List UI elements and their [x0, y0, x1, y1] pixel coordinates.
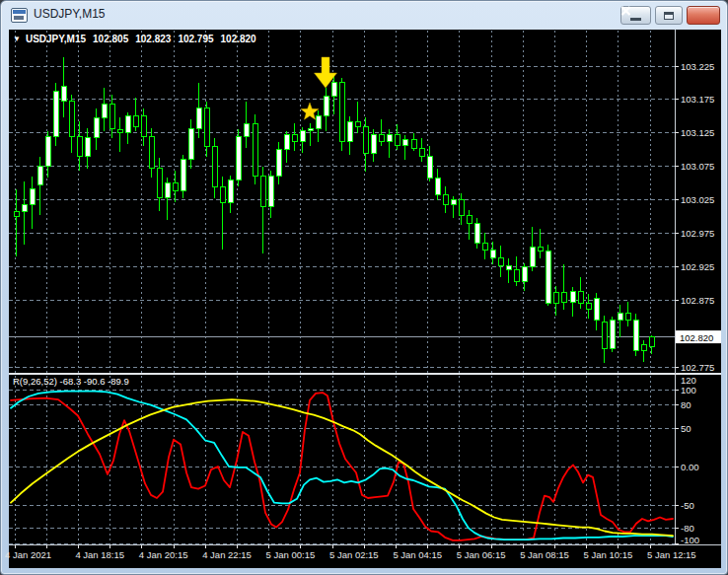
candle-body: [212, 146, 217, 186]
title-bar[interactable]: USDJPY,M15: [1, 1, 727, 30]
candle-body: [22, 204, 27, 211]
candle-body: [363, 126, 368, 153]
chart-background[interactable]: [9, 30, 721, 568]
candle: [236, 129, 241, 186]
candle-body: [395, 135, 400, 146]
candle-body: [292, 135, 297, 142]
candle-body: [181, 160, 185, 191]
candle-body: [37, 167, 42, 184]
candle: [546, 245, 550, 306]
chart-ohlc-label: ▼USDJPY,M15102.805102.823102.795102.820: [13, 34, 256, 44]
candle-body: [594, 298, 599, 320]
candle-body: [498, 258, 503, 266]
candle-body: [268, 177, 273, 207]
minimize-icon: [630, 18, 641, 21]
candle: [339, 78, 344, 152]
candle-body: [85, 138, 90, 157]
chart-canvas[interactable]: 103.225103.175103.125103.075103.025102.9…: [1, 1, 728, 575]
candle-body: [602, 323, 607, 349]
candle-body: [633, 321, 638, 351]
candle-body: [149, 136, 154, 169]
candle-body: [435, 178, 440, 195]
candle-body: [371, 135, 376, 153]
candle-body: [236, 136, 241, 180]
subwindow-divider[interactable]: [9, 373, 721, 375]
candle-body: [379, 135, 384, 142]
candle-body: [331, 83, 336, 97]
candle-body: [530, 247, 535, 266]
candle-body: [94, 117, 99, 137]
candle-body: [14, 211, 19, 216]
candle-body: [419, 148, 424, 156]
candle-body: [196, 108, 201, 128]
window-title: USDJPY,M15: [34, 7, 105, 21]
price-axis[interactable]: [676, 30, 722, 545]
candle-body: [300, 131, 305, 142]
candle-body: [514, 270, 519, 282]
candle: [253, 114, 257, 184]
symbol-dropdown-icon[interactable]: ▼: [13, 35, 21, 43]
candle-body: [427, 157, 432, 179]
close-button[interactable]: [687, 6, 720, 25]
candle-body: [610, 321, 615, 349]
ohlc-low: 102.795: [178, 34, 213, 44]
candle-body: [625, 313, 630, 320]
candle-body: [347, 121, 352, 141]
candle-body: [586, 304, 591, 309]
candle-body: [411, 140, 416, 149]
candle: [633, 314, 638, 356]
candle-body: [522, 266, 527, 282]
restore-button[interactable]: [655, 6, 683, 25]
candle-body: [276, 150, 281, 177]
candle-body: [355, 121, 360, 126]
candle-body: [253, 124, 257, 177]
candle-body: [451, 200, 456, 205]
candle-body: [30, 188, 35, 204]
close-icon: [620, 6, 631, 16]
candle-body: [459, 200, 464, 216]
ohlc-open: 102.805: [93, 34, 128, 44]
time-axis[interactable]: [9, 546, 721, 568]
candle-body: [53, 91, 58, 136]
candle-body: [77, 136, 82, 156]
candle-body: [188, 128, 193, 160]
candle-body: [546, 252, 550, 304]
candle-body: [578, 291, 583, 303]
candle-body: [165, 183, 170, 198]
candle-body: [61, 86, 66, 102]
chart-window-icon: [11, 8, 28, 23]
candle-body: [220, 186, 225, 203]
candle-body: [339, 83, 344, 142]
candle-body: [204, 108, 209, 147]
candle: [181, 155, 185, 197]
ohlc-high: 102.823: [135, 34, 171, 44]
candle-body: [324, 97, 328, 116]
candle-body: [474, 223, 479, 243]
candle-body: [157, 169, 162, 198]
chart-window: USDJPY,M15 103.225103.175103.125103.0751…: [0, 0, 728, 575]
chart-symbol: USDJPY,M15: [26, 34, 86, 44]
candle-body: [443, 195, 448, 204]
candle-body: [308, 128, 313, 131]
candle-body: [109, 105, 114, 128]
candle: [610, 317, 615, 351]
candle-body: [284, 135, 289, 150]
candle-body: [133, 116, 138, 126]
candle-body: [45, 136, 50, 167]
candle-body: [316, 116, 321, 128]
candle-body: [570, 291, 575, 302]
candle-body: [141, 116, 146, 136]
candle-body: [69, 102, 74, 136]
candle-body: [538, 247, 543, 252]
indicator-label: R(9,26,52) -68.3 -90.6 -89.9: [13, 376, 129, 387]
candle-body: [553, 293, 558, 304]
candle-body: [482, 244, 487, 251]
candle-body: [387, 135, 392, 142]
candle-body: [125, 116, 130, 132]
restore-icon: [664, 12, 674, 20]
candle-body: [506, 266, 511, 270]
candle-body: [649, 337, 654, 347]
candle-body: [228, 180, 233, 203]
candle-body: [641, 345, 646, 350]
candle-body: [618, 313, 622, 320]
